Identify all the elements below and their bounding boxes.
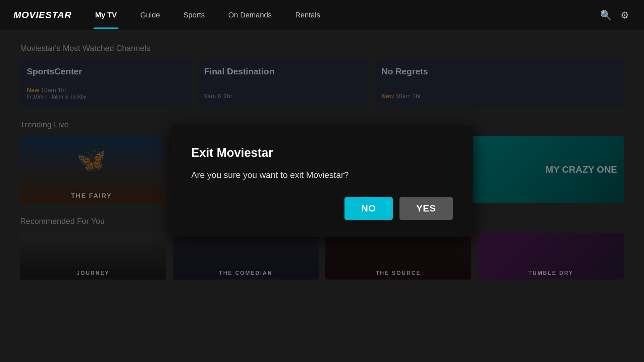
yes-button[interactable]: YES <box>399 197 453 220</box>
dialog-buttons: NO YES <box>191 197 453 220</box>
no-button[interactable]: NO <box>344 197 393 220</box>
dialog-overlay: Exit Moviestar Are you sure you want to … <box>0 0 644 362</box>
dialog-title: Exit Moviestar <box>191 146 453 160</box>
exit-dialog: Exit Moviestar Are you sure you want to … <box>171 126 473 237</box>
dialog-message: Are you sure you want to exit Moviestar? <box>191 170 453 180</box>
